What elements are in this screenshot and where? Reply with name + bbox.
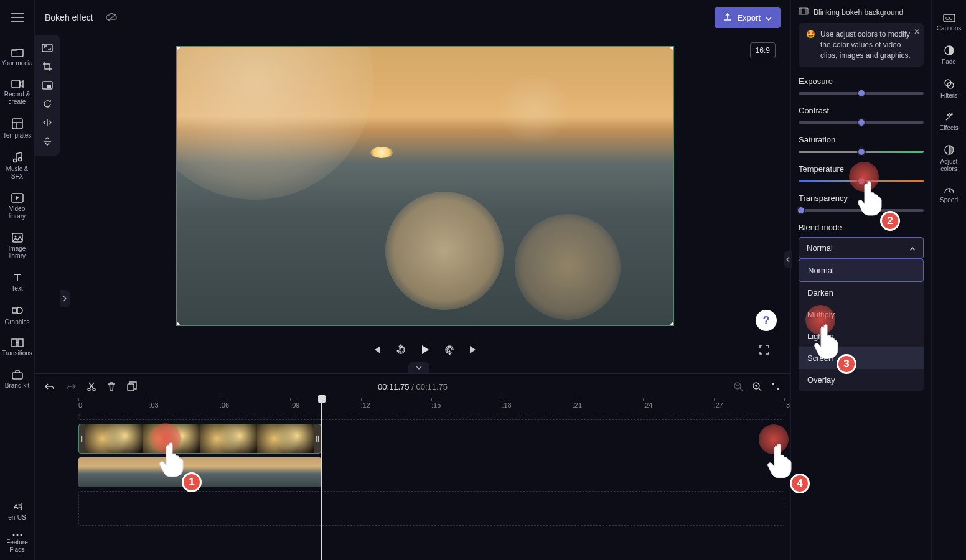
canvas-tools: [35, 35, 60, 156]
ruler-tick: 0: [78, 401, 82, 409]
tip-close-button[interactable]: ✕: [914, 27, 920, 37]
chevron-up-icon: [909, 243, 916, 253]
timeline-ruler[interactable]: 0 :03 :06 :09 :12 :15 :18 :21 :24 :27 :3…: [78, 399, 784, 414]
clip-handle-right[interactable]: ||: [314, 424, 321, 453]
track-add-below[interactable]: [78, 491, 784, 526]
blend-option-overlay[interactable]: Overlay: [799, 369, 924, 391]
rail-label: Filters: [940, 92, 957, 100]
preview-content: [515, 214, 621, 320]
rail-item-filters[interactable]: Filters: [932, 72, 967, 106]
svg-point-15: [16, 534, 18, 536]
hamburger-menu[interactable]: [5, 5, 30, 30]
undo-button[interactable]: [45, 382, 55, 391]
preview-canvas[interactable]: [176, 46, 674, 326]
svg-text:5: 5: [399, 348, 401, 352]
contrast-slider[interactable]: [799, 121, 924, 124]
svg-text:5: 5: [448, 348, 450, 352]
tip-emoji-icon: 🤩: [806, 29, 815, 60]
temperature-slider[interactable]: [799, 180, 924, 182]
sidebar-item-graphics[interactable]: Graphics: [0, 299, 35, 332]
zoom-in-button[interactable]: [752, 381, 762, 391]
rail-item-effects[interactable]: Effects: [932, 106, 967, 138]
redo-button[interactable]: [66, 382, 76, 391]
blend-option-darken[interactable]: Darken: [799, 282, 924, 304]
sidebar-item-feature-flags[interactable]: Feature Flags: [0, 528, 35, 560]
delete-button[interactable]: [107, 381, 116, 391]
rail-item-captions[interactable]: CC Captions: [932, 7, 967, 39]
clip-thumbnail: [139, 457, 200, 487]
sidebar-item-record-create[interactable]: Record & create: [0, 73, 35, 112]
pip-tool[interactable]: [35, 76, 60, 95]
selection-handle-bl[interactable]: [176, 322, 180, 326]
fit-tool[interactable]: [35, 39, 60, 57]
collapse-timeline-handle[interactable]: [408, 362, 429, 373]
sidebar-label: Feature Flags: [1, 539, 34, 554]
sidebar-item-image-library[interactable]: Image library: [0, 226, 35, 266]
rail-item-adjust-colors[interactable]: Adjust colors: [932, 138, 967, 179]
clip-handle-left[interactable]: ||: [79, 424, 85, 453]
sidebar-item-your-media[interactable]: Your media: [0, 41, 35, 73]
clip-thumbnail: [143, 424, 200, 453]
ruler-tick: :21: [573, 401, 582, 409]
track-add-above[interactable]: [78, 414, 784, 420]
transparency-slider[interactable]: [799, 209, 924, 212]
sidebar-item-transitions[interactable]: Transitions: [0, 332, 35, 363]
svg-text:A字: A字: [14, 503, 22, 510]
blend-option-screen[interactable]: Screen: [799, 347, 924, 369]
clip-thumbnail: [85, 424, 143, 453]
fade-icon: [944, 45, 955, 56]
svg-rect-10: [12, 339, 17, 347]
selection-handle-br[interactable]: [670, 322, 674, 326]
exposure-slider[interactable]: [799, 92, 924, 95]
timeline-area: 00:11.75 / 00:11.75 0 :03 :06 :09 :12 :1…: [35, 373, 790, 560]
sidebar-item-brand-kit[interactable]: Brand kit: [0, 363, 35, 396]
sidebar-item-templates[interactable]: Templates: [0, 112, 35, 146]
svg-point-14: [12, 534, 14, 536]
svg-point-3: [13, 159, 16, 162]
zoom-out-button[interactable]: [733, 381, 743, 391]
clip-sunset[interactable]: [78, 457, 321, 487]
blend-mode-dropdown[interactable]: Normal: [799, 237, 924, 259]
flip-vertical-tool[interactable]: [35, 132, 60, 151]
music-icon: [12, 152, 22, 163]
collapse-props-handle[interactable]: [784, 251, 792, 268]
help-button[interactable]: ?: [756, 310, 777, 331]
aspect-ratio-badge[interactable]: 16:9: [750, 42, 776, 58]
svg-rect-20: [47, 85, 51, 88]
play-button[interactable]: [420, 344, 430, 355]
clip-bokeh[interactable]: || ||: [78, 424, 321, 454]
rail-item-speed[interactable]: Speed: [932, 179, 967, 210]
skip-forward-button[interactable]: [469, 345, 479, 355]
split-button[interactable]: [87, 381, 96, 391]
preview-wrap: 16:9 ? 5 5: [60, 35, 790, 373]
temperature-label: Temperature: [799, 164, 924, 174]
blend-option-lighten[interactable]: Lighten: [799, 325, 924, 347]
rewind-5s-button[interactable]: 5: [395, 344, 406, 355]
selection-handle-tr[interactable]: [670, 46, 674, 50]
export-button[interactable]: Export: [715, 7, 781, 28]
duplicate-button[interactable]: [127, 381, 137, 391]
cloud-sync-icon[interactable]: [106, 13, 118, 22]
clip-thumbnail: [257, 424, 314, 453]
sidebar-item-music-sfx[interactable]: Music & SFX: [0, 146, 35, 187]
rotate-tool[interactable]: [35, 95, 60, 113]
forward-5s-button[interactable]: 5: [444, 344, 455, 355]
sidebar-item-video-library[interactable]: Video library: [0, 187, 35, 226]
crop-tool[interactable]: [35, 57, 60, 76]
fullscreen-button[interactable]: [759, 345, 769, 355]
folder-icon: [11, 47, 24, 57]
skip-back-button[interactable]: [372, 345, 382, 355]
main-area: Bokeh effect Export: [35, 0, 790, 560]
sidebar-item-locale[interactable]: A字 en-US: [0, 495, 35, 528]
flip-horizontal-tool[interactable]: [35, 113, 60, 132]
project-name[interactable]: Bokeh effect: [45, 12, 93, 22]
globe-icon: A字: [12, 502, 22, 511]
rail-item-fade[interactable]: Fade: [932, 39, 967, 72]
saturation-slider[interactable]: [799, 151, 924, 153]
blend-option-normal[interactable]: Normal: [799, 259, 924, 282]
zoom-fit-button[interactable]: [771, 381, 781, 391]
camera-icon: [11, 80, 24, 88]
sidebar-item-text[interactable]: Text: [0, 266, 35, 299]
blend-option-multiply[interactable]: Multiply: [799, 304, 924, 325]
svg-text:CC: CC: [945, 16, 953, 21]
